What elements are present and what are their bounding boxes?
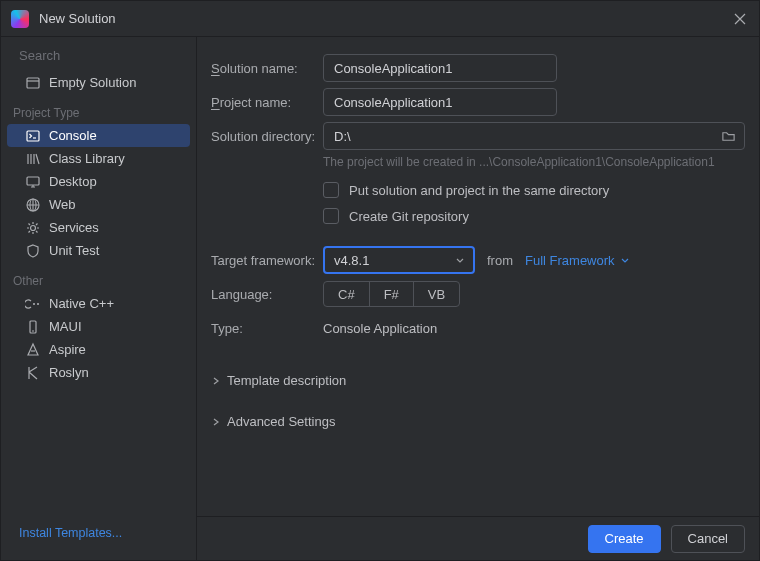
sidebar-item-native-cpp[interactable]: Native C++ <box>7 292 190 315</box>
solution-directory-input[interactable]: D:\ <box>323 122 745 150</box>
type-label: Type: <box>211 321 323 336</box>
chevron-down-icon <box>619 254 631 266</box>
svg-rect-1 <box>27 78 39 88</box>
globe-icon <box>25 197 41 213</box>
solution-directory-label: Solution directory: <box>211 129 323 144</box>
framework-source-value: Full Framework <box>525 253 615 268</box>
project-name-input[interactable] <box>323 88 557 116</box>
sidebar: Empty Solution Project Type Console Clas… <box>1 37 197 560</box>
git-repository-checkbox[interactable] <box>323 208 339 224</box>
cpp-icon <box>25 296 41 312</box>
create-button[interactable]: Create <box>588 525 661 553</box>
sidebar-item-label: Services <box>49 220 99 235</box>
window-icon <box>25 75 41 91</box>
sidebar-section-other: Other <box>1 262 196 292</box>
target-framework-combo[interactable]: v4.8.1 <box>323 246 475 274</box>
sidebar-item-maui[interactable]: MAUI <box>7 315 190 338</box>
template-description-expander[interactable]: Template description <box>211 359 745 394</box>
sidebar-item-web[interactable]: Web <box>7 193 190 216</box>
sidebar-item-label: MAUI <box>49 319 82 334</box>
sidebar-item-label: Aspire <box>49 342 86 357</box>
sidebar-item-label: Empty Solution <box>49 75 136 90</box>
aspire-icon <box>25 342 41 358</box>
sidebar-item-label: Unit Test <box>49 243 99 258</box>
git-repository-label[interactable]: Create Git repository <box>349 209 469 224</box>
chevron-right-icon <box>211 417 221 427</box>
sidebar-item-label: Web <box>49 197 76 212</box>
search-box[interactable] <box>1 43 196 71</box>
solution-directory-value: D:\ <box>334 129 713 144</box>
sidebar-item-label: Class Library <box>49 151 125 166</box>
app-icon <box>11 10 29 28</box>
framework-source-link[interactable]: Full Framework <box>525 253 631 268</box>
device-icon <box>25 319 41 335</box>
sidebar-item-desktop[interactable]: Desktop <box>7 170 190 193</box>
search-input[interactable] <box>19 48 187 63</box>
same-directory-checkbox[interactable] <box>323 182 339 198</box>
sidebar-item-label: Console <box>49 128 97 143</box>
shield-icon <box>25 243 41 259</box>
sidebar-item-label: Roslyn <box>49 365 89 380</box>
svg-rect-3 <box>27 177 39 185</box>
project-name-label: Project name: <box>211 95 323 110</box>
chevron-right-icon <box>211 376 221 386</box>
sidebar-item-aspire[interactable]: Aspire <box>7 338 190 361</box>
monitor-icon <box>25 174 41 190</box>
svg-point-6 <box>31 225 36 230</box>
directory-helper-text: The project will be created in ...\Conso… <box>211 153 745 177</box>
from-text: from <box>487 253 513 268</box>
gear-icon <box>25 220 41 236</box>
language-csharp[interactable]: C# <box>324 282 370 306</box>
target-framework-value: v4.8.1 <box>334 253 454 268</box>
sidebar-nav: Empty Solution Project Type Console Clas… <box>1 71 196 516</box>
sidebar-section-project-type: Project Type <box>1 94 196 124</box>
chevron-down-icon <box>454 254 466 266</box>
close-button[interactable] <box>731 10 749 28</box>
books-icon <box>25 151 41 167</box>
solution-name-label: Solution name: <box>211 61 323 76</box>
advanced-settings-expander[interactable]: Advanced Settings <box>211 400 745 435</box>
roslyn-icon <box>25 365 41 381</box>
expander-label: Template description <box>227 373 346 388</box>
sidebar-item-empty-solution[interactable]: Empty Solution <box>7 71 190 94</box>
sidebar-item-unit-test[interactable]: Unit Test <box>7 239 190 262</box>
expander-label: Advanced Settings <box>227 414 335 429</box>
type-value: Console Application <box>323 321 437 336</box>
sidebar-item-services[interactable]: Services <box>7 216 190 239</box>
cancel-button[interactable]: Cancel <box>671 525 745 553</box>
language-fsharp[interactable]: F# <box>370 282 414 306</box>
sidebar-item-label: Desktop <box>49 174 97 189</box>
folder-icon[interactable] <box>721 129 736 144</box>
terminal-icon <box>25 128 41 144</box>
sidebar-item-class-library[interactable]: Class Library <box>7 147 190 170</box>
same-directory-label[interactable]: Put solution and project in the same dir… <box>349 183 609 198</box>
target-framework-label: Target framework: <box>211 253 323 268</box>
solution-name-input[interactable] <box>323 54 557 82</box>
svg-rect-2 <box>27 131 39 141</box>
sidebar-item-roslyn[interactable]: Roslyn <box>7 361 190 384</box>
language-vb[interactable]: VB <box>414 282 459 306</box>
window-title: New Solution <box>39 11 116 26</box>
install-templates-link[interactable]: Install Templates... <box>1 516 196 554</box>
language-segmented: C# F# VB <box>323 281 460 307</box>
sidebar-item-label: Native C++ <box>49 296 114 311</box>
language-label: Language: <box>211 287 323 302</box>
sidebar-item-console[interactable]: Console <box>7 124 190 147</box>
